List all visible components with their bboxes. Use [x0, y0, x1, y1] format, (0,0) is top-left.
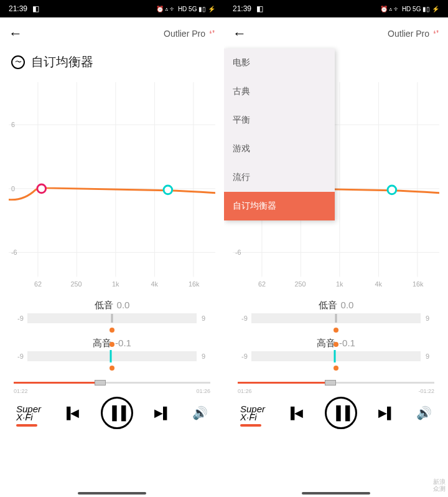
bass-slider[interactable]: 低音0.0 -99 — [16, 300, 208, 324]
svg-text:250: 250 — [71, 280, 82, 288]
svg-text:250: 250 — [295, 280, 306, 288]
home-indicator[interactable] — [78, 492, 146, 495]
preset-game[interactable]: 游戏 — [224, 135, 335, 163]
preset-movie[interactable]: 电影 — [224, 49, 335, 77]
eq-title: 自订均衡器 — [31, 54, 93, 70]
svg-text:1k: 1k — [112, 280, 119, 288]
svg-point-33 — [388, 186, 396, 194]
pause-button[interactable]: ▐▐ — [325, 397, 357, 429]
prev-icon[interactable]: ▐◀ — [62, 406, 79, 420]
progress-bar[interactable] — [238, 378, 434, 387]
preset-pop[interactable]: 流行 — [224, 163, 335, 192]
next-icon[interactable]: ▶▌ — [378, 406, 395, 420]
device-label[interactable]: Outlier Pro❛❜ — [388, 29, 439, 39]
eq-icon: 〜 — [11, 55, 25, 69]
svg-text:1k: 1k — [336, 280, 343, 288]
svg-text:62: 62 — [34, 280, 42, 288]
preset-classic[interactable]: 古典 — [224, 77, 335, 106]
earbuds-icon: ❛❜ — [209, 29, 215, 39]
treble-slider[interactable]: 高音-0.1 -99 — [16, 338, 208, 362]
progress-bar[interactable] — [14, 378, 210, 387]
bass-slider[interactable]: 低音0.0 -99 — [240, 300, 432, 324]
status-bar: 21:39◧ ⏰ ⁂ ᯤ HD 5G ▮▯ ⚡ — [224, 0, 448, 17]
preset-flat[interactable]: 平衡 — [224, 106, 335, 135]
phone-right: 21:39◧ ⏰ ⁂ ᯤ HD 5G ▮▯ ⚡ ← Outlier Pro❛❜ … — [224, 0, 448, 497]
next-icon[interactable]: ▶▌ — [154, 406, 171, 420]
sxfi-logo[interactable]: SuperX·Fi — [16, 405, 41, 422]
prev-icon[interactable]: ▐◀ — [286, 406, 303, 420]
svg-text:16k: 16k — [413, 280, 424, 288]
pause-button[interactable]: ▐▐ — [101, 397, 133, 429]
svg-text:16k: 16k — [189, 280, 200, 288]
status-bar: 21:39◧ ⏰ ⁂ ᯤ HD 5G ▮▯ ⚡ — [0, 0, 224, 17]
svg-text:6: 6 — [11, 121, 15, 128]
earbuds-icon: ❛❜ — [433, 29, 439, 39]
home-indicator[interactable] — [302, 492, 370, 495]
preset-custom[interactable]: 自订均衡器 — [224, 192, 335, 220]
eq-chart[interactable]: 6 0 -6 62 250 1k 4k 16k — [0, 77, 224, 295]
status-icons: ⏰ ⁂ ᯤ HD 5G ▮▯ ⚡ — [156, 6, 215, 12]
sxfi-logo[interactable]: SuperX·Fi — [240, 405, 265, 422]
back-icon[interactable]: ← — [9, 26, 22, 42]
svg-text:0: 0 — [11, 185, 15, 192]
volume-icon[interactable]: 🔊 — [192, 405, 208, 420]
app-header: ← Outlier Pro❛❜ — [224, 17, 448, 50]
eq-title-row[interactable]: 〜 自订均衡器 — [0, 50, 224, 77]
device-label[interactable]: Outlier Pro❛❜ — [164, 29, 215, 39]
svg-text:4k: 4k — [151, 280, 158, 288]
eq-handle-bass[interactable] — [37, 184, 46, 193]
preset-dropdown: 电影 古典 平衡 游戏 流行 自订均衡器 — [224, 49, 335, 220]
treble-slider[interactable]: 高音-0.1 -99 — [240, 338, 432, 362]
svg-text:62: 62 — [258, 280, 266, 288]
watermark: 新浪众测 — [433, 478, 446, 492]
app-header: ← Outlier Pro❛❜ — [0, 17, 224, 50]
player-bar: 01:2201:26 SuperX·Fi ▐◀ ▐▐ ▶▌ 🔊 — [0, 376, 224, 429]
tone-sliders: 低音0.0 -99 高音-0.1 -99 — [0, 295, 224, 362]
svg-text:4k: 4k — [375, 280, 382, 288]
phone-left: 21:39◧ ⏰ ⁂ ᯤ HD 5G ▮▯ ⚡ ← Outlier Pro❛❜ … — [0, 0, 224, 497]
svg-text:-6: -6 — [235, 249, 241, 256]
clock: 21:39 — [9, 4, 27, 13]
back-icon[interactable]: ← — [233, 26, 246, 42]
volume-icon[interactable]: 🔊 — [416, 405, 432, 420]
eq-handle-treble[interactable] — [164, 186, 172, 194]
svg-text:-6: -6 — [11, 249, 17, 256]
